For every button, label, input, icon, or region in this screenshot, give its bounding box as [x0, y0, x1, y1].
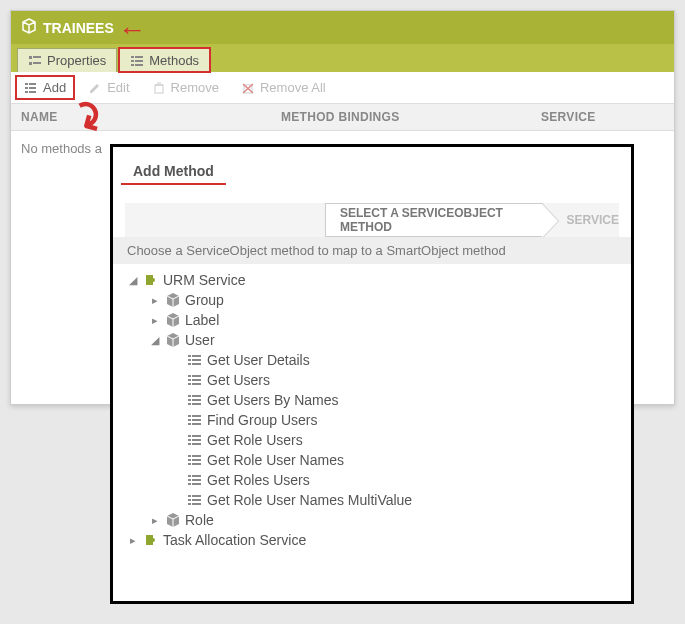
tree-method-get-users[interactable]: Get Users: [171, 370, 621, 390]
svg-rect-46: [188, 443, 191, 445]
svg-rect-28: [188, 383, 191, 385]
tree-label: Get Users By Names: [207, 392, 338, 408]
tree-node-role[interactable]: ▸ Role: [149, 510, 621, 530]
svg-rect-21: [192, 359, 201, 361]
dialog-instruction: Choose a ServiceObject method to map to …: [113, 237, 631, 264]
cube-icon: [21, 18, 37, 37]
user-methods: Get User Details Get Users Get Users By …: [149, 350, 621, 510]
svg-rect-65: [192, 503, 201, 505]
properties-icon: [28, 54, 42, 68]
chevron-down-icon: ◢: [127, 274, 139, 287]
tree-node-task-allocation[interactable]: ▸ Task Allocation Service: [127, 530, 621, 550]
method-icon: [187, 373, 203, 387]
add-button[interactable]: Add: [17, 77, 73, 98]
method-icon: [187, 433, 203, 447]
tab-methods[interactable]: Methods: [119, 48, 210, 72]
svg-rect-22: [188, 363, 191, 365]
col-name: NAME: [11, 104, 271, 130]
wizard-breadcrumb: SELECT A SERVICEOBJECT METHOD SERVICE: [125, 203, 619, 237]
service-tree: ◢ URM Service ▸ Group ▸ Label ◢ User: [113, 264, 631, 560]
annotation-arrow: ←: [118, 14, 146, 46]
tree-node-user[interactable]: ◢ User: [149, 330, 621, 350]
chevron-right-icon: ▸: [149, 514, 161, 527]
tree-label: Role: [185, 512, 214, 528]
edit-label: Edit: [107, 80, 129, 95]
tree-method-get-role-user-names-multivalue[interactable]: Get Role User Names MultiValue: [171, 490, 621, 510]
svg-rect-58: [188, 483, 191, 485]
remove-all-button[interactable]: Remove All: [234, 77, 333, 98]
tree-label: URM Service: [163, 272, 245, 288]
tree-method-get-users-by-names[interactable]: Get Users By Names: [171, 390, 621, 410]
svg-rect-63: [192, 499, 201, 501]
tree-label: Group: [185, 292, 224, 308]
tree-method-get-user-details[interactable]: Get User Details: [171, 350, 621, 370]
svg-rect-51: [192, 459, 201, 461]
svg-rect-45: [192, 439, 201, 441]
svg-rect-32: [188, 399, 191, 401]
add-icon: [24, 81, 38, 95]
svg-rect-48: [188, 455, 191, 457]
tree-method-get-role-user-names[interactable]: Get Role User Names: [171, 450, 621, 470]
tab-methods-label: Methods: [149, 53, 199, 68]
tab-row: Properties Methods: [11, 44, 674, 72]
svg-rect-8: [131, 64, 134, 66]
svg-rect-34: [188, 403, 191, 405]
crumb-select-method[interactable]: SELECT A SERVICEOBJECT METHOD: [325, 203, 543, 237]
cube-icon: [165, 332, 181, 348]
chevron-down-icon: ◢: [149, 334, 161, 347]
svg-rect-47: [192, 443, 201, 445]
add-label: Add: [43, 80, 66, 95]
chevron-right-icon: ▸: [149, 314, 161, 327]
tree-label: Get Role User Names: [207, 452, 344, 468]
tab-properties[interactable]: Properties: [17, 48, 117, 72]
tree-node-urm-service[interactable]: ◢ URM Service: [127, 270, 621, 290]
tree-method-get-role-users[interactable]: Get Role Users: [171, 430, 621, 450]
tree-node-group[interactable]: ▸ Group: [149, 290, 621, 310]
edit-button[interactable]: Edit: [81, 77, 136, 98]
svg-rect-12: [25, 87, 28, 89]
svg-rect-7: [135, 60, 143, 62]
svg-rect-14: [25, 91, 28, 93]
puzzle-icon: [143, 272, 159, 288]
svg-rect-33: [192, 399, 201, 401]
svg-rect-38: [188, 419, 191, 421]
svg-rect-49: [192, 455, 201, 457]
col-service: SERVICE: [531, 104, 674, 130]
svg-rect-19: [192, 355, 201, 357]
svg-rect-42: [188, 435, 191, 437]
svg-rect-9: [135, 64, 143, 66]
svg-rect-11: [29, 83, 36, 85]
svg-rect-6: [131, 60, 134, 62]
chevron-right-icon: ▸: [149, 294, 161, 307]
tree-method-get-roles-users[interactable]: Get Roles Users: [171, 470, 621, 490]
method-icon: [187, 393, 203, 407]
toolbar: Add Edit Remove Remove All: [11, 72, 674, 104]
tree-label: Label: [185, 312, 219, 328]
chevron-right-icon: ▸: [127, 534, 139, 547]
svg-rect-25: [192, 375, 201, 377]
method-icon: [187, 353, 203, 367]
svg-rect-3: [33, 62, 41, 64]
svg-rect-24: [188, 375, 191, 377]
remove-all-label: Remove All: [260, 80, 326, 95]
tree-node-label[interactable]: ▸ Label: [149, 310, 621, 330]
tree-label: Get User Details: [207, 352, 310, 368]
svg-rect-5: [135, 56, 143, 58]
svg-rect-61: [192, 495, 201, 497]
svg-rect-20: [188, 359, 191, 361]
svg-rect-2: [29, 62, 32, 65]
svg-rect-60: [188, 495, 191, 497]
tree-label: Get Role Users: [207, 432, 303, 448]
svg-rect-59: [192, 483, 201, 485]
svg-rect-57: [192, 479, 201, 481]
crumb-service: SERVICE: [567, 213, 619, 227]
svg-rect-16: [155, 85, 163, 93]
col-method: METHOD BINDINGS: [271, 104, 531, 130]
cube-icon: [165, 312, 181, 328]
remove-label: Remove: [171, 80, 219, 95]
cube-icon: [165, 292, 181, 308]
remove-icon: [152, 81, 166, 95]
tree-method-find-group-users[interactable]: Find Group Users: [171, 410, 621, 430]
remove-button[interactable]: Remove: [145, 77, 226, 98]
svg-rect-50: [188, 459, 191, 461]
